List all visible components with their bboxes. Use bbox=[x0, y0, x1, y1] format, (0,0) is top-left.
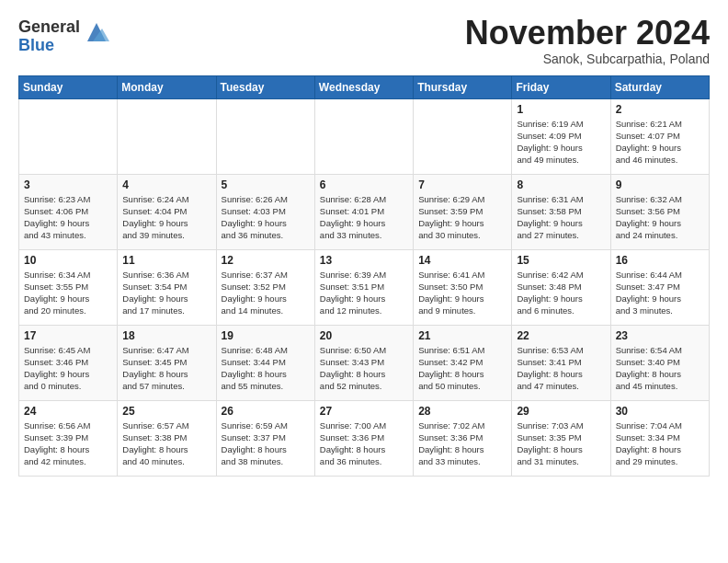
day-number: 4 bbox=[122, 178, 210, 191]
calendar-cell: 21Sunrise: 6:51 AM Sunset: 3:42 PM Dayli… bbox=[414, 325, 512, 400]
day-number: 15 bbox=[517, 254, 605, 267]
header-thursday: Thursday bbox=[414, 75, 512, 98]
day-number: 26 bbox=[222, 405, 310, 418]
day-info: Sunrise: 6:24 AM Sunset: 4:04 PM Dayligh… bbox=[122, 193, 210, 242]
calendar-week-2: 3Sunrise: 6:23 AM Sunset: 4:06 PM Daylig… bbox=[19, 174, 710, 249]
day-info: Sunrise: 6:36 AM Sunset: 3:54 PM Dayligh… bbox=[122, 269, 210, 317]
day-number: 1 bbox=[517, 103, 605, 116]
calendar-cell: 11Sunrise: 6:36 AM Sunset: 3:54 PM Dayli… bbox=[118, 249, 216, 325]
calendar-cell: 12Sunrise: 6:37 AM Sunset: 3:52 PM Dayli… bbox=[216, 249, 314, 325]
day-info: Sunrise: 6:39 AM Sunset: 3:51 PM Dayligh… bbox=[320, 269, 408, 317]
calendar-cell: 28Sunrise: 7:02 AM Sunset: 3:36 PM Dayli… bbox=[414, 400, 512, 476]
logo-blue: Blue bbox=[18, 37, 80, 55]
day-number: 6 bbox=[320, 178, 408, 191]
header-monday: Monday bbox=[118, 75, 216, 98]
month-title: November 2024 bbox=[465, 15, 710, 52]
calendar-cell bbox=[19, 98, 118, 174]
calendar-cell: 23Sunrise: 6:54 AM Sunset: 3:40 PM Dayli… bbox=[610, 325, 709, 400]
day-info: Sunrise: 6:19 AM Sunset: 4:09 PM Dayligh… bbox=[517, 118, 605, 167]
calendar-cell bbox=[118, 98, 216, 174]
logo-general: General bbox=[18, 18, 80, 37]
day-number: 8 bbox=[517, 178, 605, 191]
day-number: 12 bbox=[222, 254, 310, 267]
header-tuesday: Tuesday bbox=[216, 75, 314, 98]
header-friday: Friday bbox=[512, 75, 610, 98]
day-info: Sunrise: 7:00 AM Sunset: 3:36 PM Dayligh… bbox=[320, 419, 408, 468]
calendar-week-5: 24Sunrise: 6:56 AM Sunset: 3:39 PM Dayli… bbox=[19, 400, 710, 476]
calendar-cell: 14Sunrise: 6:41 AM Sunset: 3:50 PM Dayli… bbox=[414, 249, 512, 325]
calendar-cell: 25Sunrise: 6:57 AM Sunset: 3:38 PM Dayli… bbox=[118, 400, 216, 476]
day-number: 7 bbox=[418, 178, 506, 191]
day-info: Sunrise: 6:44 AM Sunset: 3:47 PM Dayligh… bbox=[616, 269, 704, 317]
header-sunday: Sunday bbox=[19, 75, 118, 98]
calendar-cell: 4Sunrise: 6:24 AM Sunset: 4:04 PM Daylig… bbox=[118, 174, 216, 249]
day-number: 3 bbox=[24, 178, 112, 191]
day-number: 27 bbox=[320, 405, 408, 418]
calendar-cell: 26Sunrise: 6:59 AM Sunset: 3:37 PM Dayli… bbox=[216, 400, 314, 476]
calendar-cell: 17Sunrise: 6:45 AM Sunset: 3:46 PM Dayli… bbox=[19, 325, 118, 400]
calendar-cell bbox=[216, 98, 314, 174]
day-info: Sunrise: 6:41 AM Sunset: 3:50 PM Dayligh… bbox=[418, 269, 506, 317]
logo-text: General Blue bbox=[18, 18, 80, 55]
day-header-row: Sunday Monday Tuesday Wednesday Thursday… bbox=[19, 75, 710, 98]
calendar-cell: 2Sunrise: 6:21 AM Sunset: 4:07 PM Daylig… bbox=[610, 98, 709, 174]
day-info: Sunrise: 6:31 AM Sunset: 3:58 PM Dayligh… bbox=[517, 193, 605, 242]
calendar-cell: 3Sunrise: 6:23 AM Sunset: 4:06 PM Daylig… bbox=[19, 174, 118, 249]
header: General Blue November 2024 Sanok, Subcar… bbox=[18, 15, 710, 66]
day-info: Sunrise: 7:02 AM Sunset: 3:36 PM Dayligh… bbox=[418, 419, 506, 468]
day-number: 28 bbox=[418, 405, 506, 418]
day-info: Sunrise: 6:45 AM Sunset: 3:46 PM Dayligh… bbox=[24, 344, 112, 393]
calendar-cell: 27Sunrise: 7:00 AM Sunset: 3:36 PM Dayli… bbox=[314, 400, 413, 476]
calendar-cell bbox=[314, 98, 413, 174]
calendar-cell: 5Sunrise: 6:26 AM Sunset: 4:03 PM Daylig… bbox=[216, 174, 314, 249]
day-info: Sunrise: 6:29 AM Sunset: 3:59 PM Dayligh… bbox=[418, 193, 506, 242]
calendar-table: Sunday Monday Tuesday Wednesday Thursday… bbox=[18, 75, 710, 477]
day-info: Sunrise: 6:34 AM Sunset: 3:55 PM Dayligh… bbox=[24, 269, 112, 317]
day-number: 11 bbox=[122, 254, 210, 267]
calendar-week-1: 1Sunrise: 6:19 AM Sunset: 4:09 PM Daylig… bbox=[19, 98, 710, 174]
day-info: Sunrise: 6:37 AM Sunset: 3:52 PM Dayligh… bbox=[222, 269, 310, 317]
header-wednesday: Wednesday bbox=[314, 75, 413, 98]
day-number: 21 bbox=[418, 329, 506, 342]
day-number: 25 bbox=[122, 405, 210, 418]
logo: General Blue bbox=[18, 18, 109, 55]
title-block: November 2024 Sanok, Subcarpathia, Polan… bbox=[465, 15, 710, 66]
calendar-cell: 1Sunrise: 6:19 AM Sunset: 4:09 PM Daylig… bbox=[512, 98, 610, 174]
page: General Blue November 2024 Sanok, Subcar… bbox=[0, 0, 728, 486]
day-info: Sunrise: 6:23 AM Sunset: 4:06 PM Dayligh… bbox=[24, 193, 112, 242]
calendar-body: 1Sunrise: 6:19 AM Sunset: 4:09 PM Daylig… bbox=[19, 98, 710, 476]
day-info: Sunrise: 6:26 AM Sunset: 4:03 PM Dayligh… bbox=[222, 193, 310, 242]
calendar-cell: 22Sunrise: 6:53 AM Sunset: 3:41 PM Dayli… bbox=[512, 325, 610, 400]
day-info: Sunrise: 6:32 AM Sunset: 3:56 PM Dayligh… bbox=[616, 193, 704, 242]
day-number: 14 bbox=[418, 254, 506, 267]
day-number: 23 bbox=[616, 329, 704, 342]
calendar-cell: 16Sunrise: 6:44 AM Sunset: 3:47 PM Dayli… bbox=[610, 249, 709, 325]
day-info: Sunrise: 6:28 AM Sunset: 4:01 PM Dayligh… bbox=[320, 193, 408, 242]
day-info: Sunrise: 7:03 AM Sunset: 3:35 PM Dayligh… bbox=[517, 419, 605, 468]
calendar-cell: 19Sunrise: 6:48 AM Sunset: 3:44 PM Dayli… bbox=[216, 325, 314, 400]
day-info: Sunrise: 6:56 AM Sunset: 3:39 PM Dayligh… bbox=[24, 419, 112, 468]
calendar-cell: 8Sunrise: 6:31 AM Sunset: 3:58 PM Daylig… bbox=[512, 174, 610, 249]
calendar-week-4: 17Sunrise: 6:45 AM Sunset: 3:46 PM Dayli… bbox=[19, 325, 710, 400]
day-number: 5 bbox=[222, 178, 310, 191]
day-info: Sunrise: 6:42 AM Sunset: 3:48 PM Dayligh… bbox=[517, 269, 605, 317]
day-number: 24 bbox=[24, 405, 112, 418]
calendar-cell: 13Sunrise: 6:39 AM Sunset: 3:51 PM Dayli… bbox=[314, 249, 413, 325]
day-info: Sunrise: 6:53 AM Sunset: 3:41 PM Dayligh… bbox=[517, 344, 605, 393]
day-info: Sunrise: 6:48 AM Sunset: 3:44 PM Dayligh… bbox=[222, 344, 310, 393]
day-info: Sunrise: 6:50 AM Sunset: 3:43 PM Dayligh… bbox=[320, 344, 408, 393]
day-number: 22 bbox=[517, 329, 605, 342]
calendar-cell: 29Sunrise: 7:03 AM Sunset: 3:35 PM Dayli… bbox=[512, 400, 610, 476]
day-number: 20 bbox=[320, 329, 408, 342]
calendar-header: Sunday Monday Tuesday Wednesday Thursday… bbox=[19, 75, 710, 98]
day-number: 2 bbox=[616, 103, 704, 116]
calendar-cell: 24Sunrise: 6:56 AM Sunset: 3:39 PM Dayli… bbox=[19, 400, 118, 476]
calendar-cell: 30Sunrise: 7:04 AM Sunset: 3:34 PM Dayli… bbox=[610, 400, 709, 476]
logo-icon bbox=[84, 19, 109, 45]
calendar-cell: 10Sunrise: 6:34 AM Sunset: 3:55 PM Dayli… bbox=[19, 249, 118, 325]
calendar-cell: 7Sunrise: 6:29 AM Sunset: 3:59 PM Daylig… bbox=[414, 174, 512, 249]
calendar-cell: 15Sunrise: 6:42 AM Sunset: 3:48 PM Dayli… bbox=[512, 249, 610, 325]
day-info: Sunrise: 6:54 AM Sunset: 3:40 PM Dayligh… bbox=[616, 344, 704, 393]
calendar-week-3: 10Sunrise: 6:34 AM Sunset: 3:55 PM Dayli… bbox=[19, 249, 710, 325]
calendar-cell bbox=[414, 98, 512, 174]
